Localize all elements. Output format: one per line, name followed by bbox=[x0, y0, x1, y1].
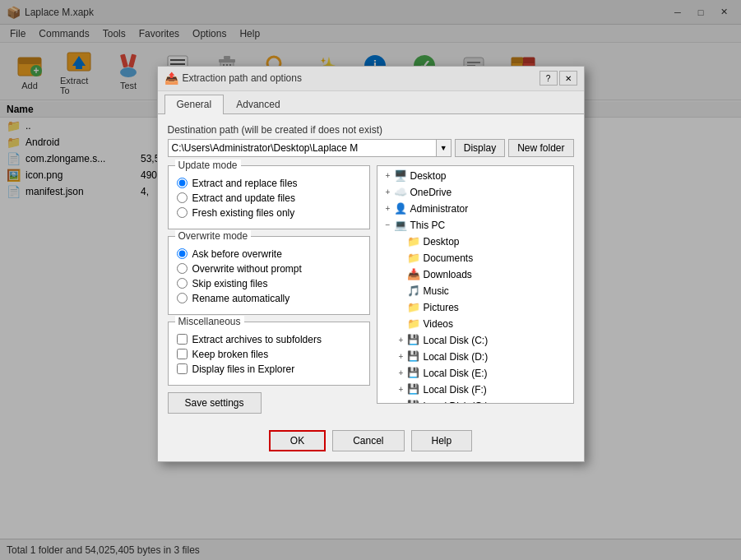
chk-display-label: Display files in Explorer bbox=[192, 363, 295, 375]
tree-label-disk-e: Local Disk (E:) bbox=[424, 368, 488, 379]
chk-keep-broken-label: Keep broken files bbox=[192, 349, 269, 360]
onedrive-icon: ☁️ bbox=[394, 186, 407, 199]
expand-disk-c: + bbox=[396, 336, 407, 345]
tree-label-desktop-child: Desktop bbox=[424, 236, 460, 248]
tree-item-desktop[interactable]: + 🖥️ Desktop bbox=[379, 168, 572, 184]
radio-ask-before[interactable]: Ask before overwrite bbox=[177, 248, 361, 260]
this-pc-icon: 💻 bbox=[394, 219, 407, 232]
chk-display-explorer[interactable]: Display files in Explorer bbox=[177, 363, 361, 375]
tree-item-documents[interactable]: 📁 Documents bbox=[392, 250, 572, 266]
radio-extract-update-label: Extract and update files bbox=[192, 192, 295, 204]
tree-item-local-disk-e[interactable]: + 💾 Local Disk (E:) bbox=[392, 365, 572, 382]
videos-icon: 📁 bbox=[407, 317, 420, 331]
dialog-icon: 📤 bbox=[164, 72, 178, 85]
disk-f-icon: 💾 bbox=[407, 383, 420, 396]
tree-item-local-disk-c[interactable]: + 💾 Local Disk (C:) bbox=[392, 332, 572, 349]
chk-keep-broken[interactable]: Keep broken files bbox=[177, 349, 361, 360]
dest-path-input[interactable] bbox=[169, 140, 436, 156]
tree-label-desktop: Desktop bbox=[410, 170, 447, 182]
overwrite-mode-title: Overwrite mode bbox=[175, 230, 252, 242]
pictures-icon: 📁 bbox=[407, 301, 420, 314]
chk-extract-subfolders[interactable]: Extract archives to subfolders bbox=[177, 334, 361, 345]
expand-disk-d: + bbox=[396, 352, 407, 361]
tab-advanced[interactable]: Advanced bbox=[224, 95, 292, 113]
misc-group: Miscellaneous Extract archives to subfol… bbox=[168, 322, 370, 386]
dialog-titlebar: 📤 Extraction path and options ? ✕ bbox=[158, 67, 584, 91]
tree-label-documents: Documents bbox=[424, 252, 474, 264]
folder-tree[interactable]: + 🖥️ Desktop + ☁️ OneDrive bbox=[377, 165, 574, 404]
disk-g-icon: 💾 bbox=[407, 400, 420, 404]
radio-skip-label: Skip existing files bbox=[192, 278, 268, 289]
display-button[interactable]: Display bbox=[455, 139, 505, 157]
help-button[interactable]: Help bbox=[411, 430, 473, 451]
tree-label-downloads: Downloads bbox=[424, 269, 472, 280]
chk-extract-subfolders-label: Extract archives to subfolders bbox=[192, 334, 322, 345]
documents-icon: 📁 bbox=[407, 252, 420, 265]
tree-item-pictures[interactable]: 📁 Pictures bbox=[392, 299, 572, 316]
expand-this-pc: − bbox=[382, 220, 394, 229]
radio-rename-auto[interactable]: Rename automatically bbox=[177, 293, 361, 304]
tree-label-music: Music bbox=[424, 285, 449, 297]
radio-extract-update[interactable]: Extract and update files bbox=[177, 192, 361, 204]
desktop-icon: 🖥️ bbox=[394, 169, 407, 183]
desktop-folder-icon: 📁 bbox=[407, 235, 420, 248]
tree-item-this-pc[interactable]: − 💻 This PC bbox=[379, 217, 572, 234]
dest-path-dropdown[interactable]: ▼ bbox=[436, 140, 451, 156]
save-settings-container: Save settings bbox=[168, 392, 370, 414]
disk-d-icon: 💾 bbox=[407, 350, 420, 363]
update-mode-title: Update mode bbox=[175, 160, 241, 171]
tree-item-music[interactable]: 🎵 Music bbox=[392, 283, 572, 299]
main-window: 📦 Laplace M.xapk ─ □ ✕ File Commands Too… bbox=[0, 0, 741, 560]
tree-label-disk-g: Local Disk (G:) bbox=[424, 400, 489, 404]
dialog-controls: ? ✕ bbox=[540, 71, 577, 86]
dialog-tabs: General Advanced bbox=[158, 91, 584, 114]
save-settings-button[interactable]: Save settings bbox=[168, 392, 262, 414]
tree-item-videos[interactable]: 📁 Videos bbox=[392, 316, 572, 332]
disk-e-icon: 💾 bbox=[407, 367, 420, 380]
ok-button[interactable]: OK bbox=[269, 430, 326, 451]
music-icon: 🎵 bbox=[407, 285, 420, 298]
radio-fresh-label: Fresh existing files only bbox=[192, 207, 295, 219]
dest-path-label: Destination path (will be created if doe… bbox=[168, 124, 574, 136]
misc-title: Miscellaneous bbox=[175, 316, 244, 327]
dialog-content: Destination path (will be created if doe… bbox=[158, 114, 584, 423]
radio-overwrite-no-prompt[interactable]: Overwrite without prompt bbox=[177, 263, 361, 275]
expand-disk-g: + bbox=[396, 401, 407, 404]
tree-item-onedrive[interactable]: + ☁️ OneDrive bbox=[379, 184, 572, 201]
tree-label-pictures: Pictures bbox=[424, 302, 459, 313]
tree-view: + 🖥️ Desktop + ☁️ OneDrive bbox=[377, 166, 573, 404]
expand-admin: + bbox=[382, 204, 394, 213]
disk-c-icon: 💾 bbox=[407, 334, 420, 347]
radio-extract-replace[interactable]: Extract and replace files bbox=[177, 178, 361, 189]
this-pc-children: 📁 Desktop 📁 Documents bbox=[379, 234, 572, 404]
tree-item-downloads[interactable]: 📥 Downloads bbox=[392, 266, 572, 283]
tree-label-onedrive: OneDrive bbox=[410, 187, 452, 198]
update-mode-group: Update mode Extract and replace files Ex… bbox=[168, 165, 370, 229]
tree-item-administrator[interactable]: + 👤 Administrator bbox=[379, 201, 572, 217]
expand-onedrive: + bbox=[382, 187, 394, 197]
dialog-close-button[interactable]: ✕ bbox=[559, 71, 577, 86]
admin-icon: 👤 bbox=[394, 202, 407, 215]
tree-label-videos: Videos bbox=[424, 318, 453, 330]
tree-item-local-disk-g[interactable]: + 💾 Local Disk (G:) bbox=[392, 398, 572, 404]
radio-overwrite-label: Overwrite without prompt bbox=[192, 263, 302, 275]
tree-label-disk-c: Local Disk (C:) bbox=[424, 335, 489, 346]
expand-desktop: + bbox=[382, 171, 394, 180]
tree-item-local-disk-f[interactable]: + 💾 Local Disk (F:) bbox=[392, 382, 572, 398]
downloads-icon: 📥 bbox=[407, 268, 420, 281]
tree-item-desktop-child[interactable]: 📁 Desktop bbox=[392, 234, 572, 250]
dialog-footer: OK Cancel Help bbox=[158, 423, 584, 461]
dialog-help-button[interactable]: ? bbox=[540, 71, 558, 86]
tree-label-admin: Administrator bbox=[410, 203, 469, 215]
tree-label-this-pc: This PC bbox=[410, 220, 446, 231]
extraction-dialog: 📤 Extraction path and options ? ✕ Genera… bbox=[157, 66, 585, 462]
tab-general[interactable]: General bbox=[164, 95, 225, 114]
expand-disk-e: + bbox=[396, 368, 407, 377]
radio-fresh-only[interactable]: Fresh existing files only bbox=[177, 207, 361, 219]
radio-skip-existing[interactable]: Skip existing files bbox=[177, 278, 361, 289]
radio-rename-label: Rename automatically bbox=[192, 293, 290, 304]
new-folder-button[interactable]: New folder bbox=[508, 139, 573, 157]
cancel-button[interactable]: Cancel bbox=[332, 430, 404, 451]
dialog-title: Extraction path and options bbox=[183, 72, 540, 84]
tree-item-local-disk-d[interactable]: + 💾 Local Disk (D:) bbox=[392, 349, 572, 365]
